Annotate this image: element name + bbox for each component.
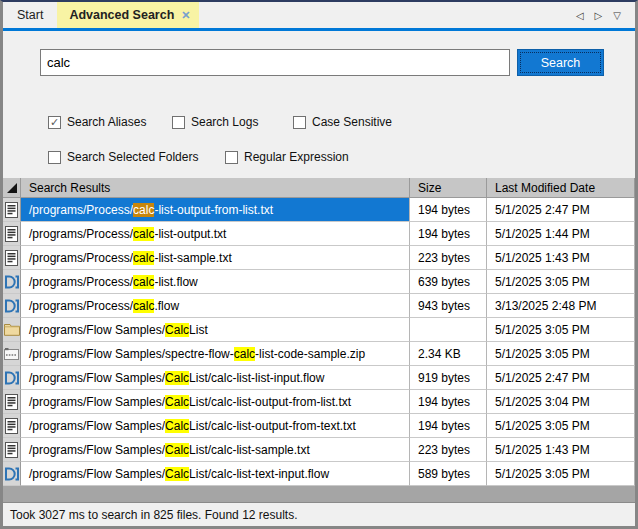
folder-icon[interactable]: [3, 318, 21, 342]
match-highlight: Calc: [165, 371, 189, 385]
option-case-sensitive[interactable]: Case Sensitive: [293, 115, 392, 129]
scroll-left-icon[interactable]: ◁: [576, 10, 584, 21]
flow-icon[interactable]: [3, 270, 21, 294]
text-file-icon[interactable]: [3, 222, 21, 246]
table-row[interactable]: /programs/Process/calc-list-output.txt19…: [3, 222, 635, 246]
result-size-cell: 919 bytes: [410, 366, 487, 390]
corner-triangle-icon: [7, 183, 17, 193]
table-row[interactable]: /programs/Process/calc-list-output-from-…: [3, 198, 635, 222]
option-label: Search Logs: [191, 115, 258, 129]
results-rows: /programs/Process/calc-list-output-from-…: [3, 198, 635, 486]
result-date-cell: 5/1/2025 3:05 PM: [487, 414, 635, 438]
zip-icon[interactable]: [3, 342, 21, 366]
result-size-cell: 223 bytes: [410, 438, 487, 462]
checkbox-search-aliases[interactable]: ✓: [48, 116, 61, 129]
result-size-cell: 194 bytes: [410, 414, 487, 438]
flow-icon[interactable]: [3, 366, 21, 390]
match-highlight: calc: [234, 347, 255, 361]
result-date-cell: 5/1/2025 2:47 PM: [487, 366, 635, 390]
status-bar: Took 3027 ms to search in 825 files. Fou…: [3, 502, 635, 526]
table-row[interactable]: /programs/Flow Samples/spectre-flow-calc…: [3, 342, 635, 366]
column-header-search-results[interactable]: Search Results: [21, 178, 410, 197]
flow-icon[interactable]: [3, 462, 21, 486]
match-highlight: calc: [133, 275, 154, 289]
checkbox-search-logs[interactable]: [172, 116, 185, 129]
options-row-1: ✓ Search Aliases Search Logs Case Sensit…: [48, 115, 392, 129]
tab-advanced-search-label: Advanced Search: [69, 8, 174, 22]
result-size-cell: 639 bytes: [410, 270, 487, 294]
text-file-icon[interactable]: [3, 198, 21, 222]
options-row-2: Search Selected Folders Regular Expressi…: [48, 150, 349, 164]
result-size-cell: 943 bytes: [410, 294, 487, 318]
tab-bar: Start Advanced Search ✕ ◁ ▷ ▽: [3, 2, 635, 28]
option-search-selected-folders[interactable]: Search Selected Folders: [48, 150, 225, 164]
table-row[interactable]: /programs/Flow Samples/Calc List/calc-li…: [3, 414, 635, 438]
result-size-cell: [410, 318, 487, 342]
result-path-cell[interactable]: /programs/Flow Samples/Calc List/calc-li…: [21, 414, 410, 438]
result-size-cell: 2.34 KB: [410, 342, 487, 366]
result-date-cell: 5/1/2025 1:43 PM: [487, 438, 635, 462]
checkbox-regular-expression[interactable]: [225, 151, 238, 164]
column-header-size[interactable]: Size: [410, 178, 487, 197]
result-path-cell[interactable]: /programs/Flow Samples/spectre-flow-calc…: [21, 342, 410, 366]
table-row[interactable]: /programs/Process/calc-list.flow639 byte…: [3, 270, 635, 294]
table-row[interactable]: /programs/Flow Samples/Calc List5/1/2025…: [3, 318, 635, 342]
option-label: Regular Expression: [244, 150, 349, 164]
text-file-icon[interactable]: [3, 414, 21, 438]
flow-icon[interactable]: [3, 294, 21, 318]
result-path-cell[interactable]: /programs/Flow Samples/Calc List/calc-li…: [21, 462, 410, 486]
search-input[interactable]: [40, 49, 510, 76]
tab-nav-buttons: ◁ ▷ ▽: [576, 2, 635, 28]
tab-start[interactable]: Start: [3, 2, 57, 28]
result-date-cell: 5/1/2025 3:05 PM: [487, 462, 635, 486]
checkbox-case-sensitive[interactable]: [293, 116, 306, 129]
table-row[interactable]: /programs/Flow Samples/Calc List/calc-li…: [3, 390, 635, 414]
table-row[interactable]: /programs/Process/calc.flow943 bytes3/13…: [3, 294, 635, 318]
result-path-cell[interactable]: /programs/Process/calc-list.flow: [21, 270, 410, 294]
result-path-cell[interactable]: /programs/Flow Samples/Calc List/calc-li…: [21, 438, 410, 462]
option-label: Search Selected Folders: [67, 150, 198, 164]
search-form: Search ✓ Search Aliases Search Logs Case…: [3, 31, 635, 178]
table-row[interactable]: /programs/Flow Samples/Calc List/calc-li…: [3, 366, 635, 390]
result-size-cell: 194 bytes: [410, 390, 487, 414]
text-file-icon[interactable]: [3, 390, 21, 414]
match-highlight: Calc: [165, 443, 189, 457]
text-file-icon[interactable]: [3, 438, 21, 462]
match-highlight: Calc: [165, 419, 189, 433]
table-row[interactable]: /programs/Flow Samples/Calc List/calc-li…: [3, 438, 635, 462]
match-highlight: Calc: [165, 395, 189, 409]
table-row[interactable]: /programs/Process/calc-list-sample.txt22…: [3, 246, 635, 270]
results-grid: Search Results Size Last Modified Date /…: [3, 178, 635, 502]
result-size-cell: 194 bytes: [410, 222, 487, 246]
result-path-cell[interactable]: /programs/Process/calc-list-output.txt: [21, 222, 410, 246]
result-date-cell: 5/1/2025 3:04 PM: [487, 390, 635, 414]
result-date-cell: 5/1/2025 3:05 PM: [487, 270, 635, 294]
tab-advanced-search[interactable]: Advanced Search ✕: [57, 2, 198, 28]
result-path-cell[interactable]: /programs/Flow Samples/Calc List: [21, 318, 410, 342]
result-path-cell[interactable]: /programs/Process/calc-list-output-from-…: [21, 198, 410, 222]
result-path-cell[interactable]: /programs/Flow Samples/Calc List/calc-li…: [21, 366, 410, 390]
option-label: Case Sensitive: [312, 115, 392, 129]
search-button[interactable]: Search: [517, 49, 604, 76]
advanced-search-window: Start Advanced Search ✕ ◁ ▷ ▽ Search ✓ S…: [0, 0, 638, 529]
option-search-logs[interactable]: Search Logs: [172, 115, 293, 129]
status-text: Took 3027 ms to search in 825 files. Fou…: [10, 508, 298, 522]
tab-list-dropdown-icon[interactable]: ▽: [613, 10, 621, 21]
text-file-icon[interactable]: [3, 246, 21, 270]
close-icon[interactable]: ✕: [181, 9, 190, 22]
result-size-cell: 223 bytes: [410, 246, 487, 270]
result-date-cell: 5/1/2025 1:44 PM: [487, 222, 635, 246]
select-all-corner[interactable]: [3, 178, 21, 197]
result-date-cell: 5/1/2025 3:05 PM: [487, 318, 635, 342]
option-search-aliases[interactable]: ✓ Search Aliases: [48, 115, 172, 129]
table-row[interactable]: /programs/Flow Samples/Calc List/calc-li…: [3, 462, 635, 486]
option-regular-expression[interactable]: Regular Expression: [225, 150, 349, 164]
checkbox-search-selected-folders[interactable]: [48, 151, 61, 164]
result-path-cell[interactable]: /programs/Flow Samples/Calc List/calc-li…: [21, 390, 410, 414]
column-header-last-modified[interactable]: Last Modified Date: [487, 178, 635, 197]
scroll-right-icon[interactable]: ▷: [595, 10, 603, 21]
result-path-cell[interactable]: /programs/Process/calc.flow: [21, 294, 410, 318]
result-path-cell[interactable]: /programs/Process/calc-list-sample.txt: [21, 246, 410, 270]
match-highlight: Calc: [165, 467, 189, 481]
match-highlight: calc: [133, 251, 154, 265]
